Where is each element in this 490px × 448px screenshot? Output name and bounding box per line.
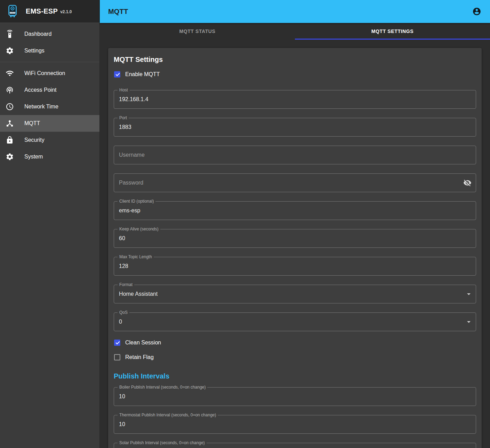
checkbox-label: Clean Session [125, 340, 161, 346]
gear-icon [6, 153, 14, 161]
thermostat-publish-interval-field[interactable]: Thermostat Publish Interval (seconds, 0=… [114, 415, 476, 434]
thermostat-publish-interval-label: Thermostat Publish Interval (seconds, 0=… [118, 413, 218, 418]
boiler-publish-interval-input[interactable] [114, 388, 476, 406]
sidebar-item-label: System [24, 154, 43, 160]
username-input[interactable] [114, 146, 476, 164]
sidebar-header: EMS-ESP v2.1.0 [0, 0, 99, 23]
tab-mqtt-status[interactable]: MQTT STATUS [100, 23, 295, 40]
solar-publish-interval-label: Solar Publish Interval (seconds, 0=on ch… [118, 440, 207, 446]
visibility-off-icon[interactable] [463, 179, 472, 187]
keep-alive-input[interactable] [114, 229, 476, 247]
solar-publish-interval-field[interactable]: Solar Publish Interval (seconds, 0=on ch… [114, 443, 476, 448]
keep-alive-field[interactable]: Keep Alive (seconds) [114, 229, 476, 248]
host-field-label: Host [118, 88, 130, 93]
sidebar-item-label: Network Time [24, 104, 58, 110]
max-topic-length-field-label: Max Topic Length [118, 254, 154, 260]
tab-bar: MQTT STATUS MQTT SETTINGS [100, 23, 490, 40]
format-select[interactable]: Format Home Assistant [114, 285, 476, 303]
boiler-publish-interval-field[interactable]: Boiler Publish Interval (seconds, 0=on c… [114, 387, 476, 406]
form-title: MQTT Settings [114, 56, 476, 64]
password-field[interactable] [114, 173, 476, 192]
sidebar-group-connections: WiFi Connection Access Point Network Tim… [0, 62, 99, 168]
qos-select-label: QoS [118, 310, 129, 315]
dropdown-arrow-icon [467, 293, 471, 295]
sidebar-item-mqtt[interactable]: MQTT [0, 115, 99, 132]
sidebar-item-label: Access Point [24, 87, 56, 93]
client-id-input[interactable] [114, 202, 476, 220]
page-title: MQTT [108, 8, 128, 16]
mqtt-settings-card: MQTT Settings Enable MQTT Host Port [108, 48, 482, 448]
max-topic-length-field[interactable]: Max Topic Length [114, 257, 476, 276]
host-input[interactable] [114, 90, 476, 108]
checkbox-label: Retain Flag [125, 354, 154, 360]
sidebar: EMS-ESP v2.1.0 Dashboard Settings WiFi C… [0, 0, 100, 448]
sidebar-group-main: Dashboard Settings [0, 23, 99, 62]
content-area: MQTT Settings Enable MQTT Host Port [100, 40, 490, 448]
sidebar-item-security[interactable]: Security [0, 132, 99, 148]
checkbox-label: Enable MQTT [125, 71, 160, 78]
port-field-label: Port [118, 115, 129, 121]
wifi-icon [6, 69, 14, 78]
host-field[interactable]: Host [114, 90, 476, 109]
main-area: MQTT MQTT STATUS MQTT SETTINGS MQTT Sett… [100, 0, 490, 448]
sidebar-item-label: MQTT [24, 120, 40, 127]
password-input[interactable] [114, 174, 476, 192]
sidebar-item-settings[interactable]: Settings [0, 42, 99, 59]
qos-select[interactable]: QoS 0 [114, 312, 476, 331]
qos-select-value: 0 [114, 319, 122, 325]
checkbox-box[interactable] [114, 354, 120, 360]
sidebar-item-wifi-connection[interactable]: WiFi Connection [0, 65, 99, 82]
sidebar-item-network-time[interactable]: Network Time [0, 98, 99, 115]
publish-intervals-title: Publish Intervals [114, 372, 476, 380]
format-select-value: Home Assistant [114, 291, 158, 297]
port-field[interactable]: Port [114, 118, 476, 137]
format-select-label: Format [118, 282, 134, 287]
tab-label: MQTT STATUS [179, 28, 215, 34]
tab-label: MQTT SETTINGS [371, 28, 413, 34]
retain-flag-checkbox[interactable]: Retain Flag [114, 350, 476, 365]
clock-icon [6, 103, 14, 111]
thermostat-publish-interval-input[interactable] [114, 415, 476, 433]
sidebar-item-label: Security [24, 137, 45, 143]
lock-icon [6, 136, 14, 144]
gear-icon [6, 47, 14, 55]
enable-mqtt-checkbox[interactable]: Enable MQTT [114, 67, 476, 82]
sidebar-item-dashboard[interactable]: Dashboard [0, 26, 99, 42]
wifi-tethering-icon [6, 86, 14, 94]
checkbox-box[interactable] [114, 340, 120, 346]
tab-mqtt-settings[interactable]: MQTT SETTINGS [295, 23, 490, 40]
username-field[interactable] [114, 146, 476, 164]
brand-title: EMS-ESP [26, 7, 58, 15]
settings-remote-icon [6, 30, 14, 38]
sidebar-item-label: Settings [24, 48, 45, 54]
sidebar-item-label: Dashboard [24, 31, 51, 37]
port-input[interactable] [114, 118, 476, 136]
sidebar-item-label: WiFi Connection [24, 70, 65, 76]
dropdown-arrow-icon [467, 321, 471, 323]
max-topic-length-input[interactable] [114, 257, 476, 275]
sidebar-item-system[interactable]: System [0, 148, 99, 165]
boiler-icon [5, 4, 20, 19]
brand-version: v2.1.0 [60, 9, 72, 14]
boiler-publish-interval-label: Boiler Publish Interval (seconds, 0=on c… [118, 385, 207, 390]
account-circle-icon[interactable] [470, 5, 484, 18]
device-hub-icon [6, 119, 14, 128]
client-id-field-label: Client ID (optional) [118, 199, 155, 204]
clean-session-checkbox[interactable]: Clean Session [114, 335, 476, 350]
appbar: MQTT [100, 0, 490, 23]
sidebar-item-access-point[interactable]: Access Point [0, 82, 99, 98]
checkbox-box[interactable] [114, 71, 120, 78]
keep-alive-field-label: Keep Alive (seconds) [118, 227, 160, 232]
client-id-field[interactable]: Client ID (optional) [114, 201, 476, 220]
